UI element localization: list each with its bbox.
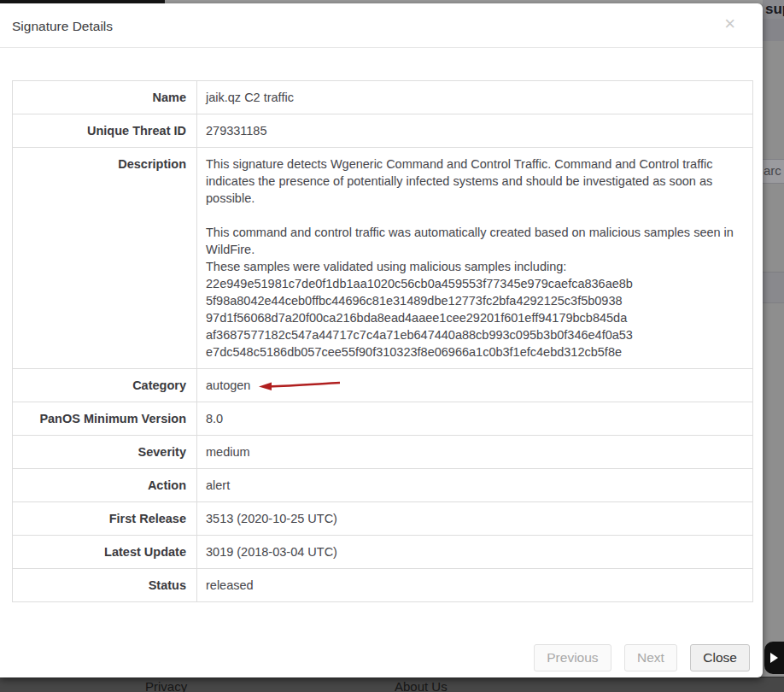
field-value: medium <box>197 436 753 469</box>
close-icon[interactable]: × <box>724 15 735 33</box>
video-widget-button[interactable] <box>764 642 784 674</box>
signature-details-modal: Signature Details × Name jaik.qz C2 traf… <box>0 3 763 677</box>
field-label: Action <box>13 469 197 502</box>
field-label: Description <box>13 148 197 369</box>
background-header-shade <box>763 19 784 41</box>
field-label: Latest Update <box>13 536 197 569</box>
table-row-threat-id: Unique Threat ID 279331185 <box>13 114 753 148</box>
modal-footer: Previous Next Close <box>524 644 750 671</box>
background-search-text: arc <box>764 163 781 178</box>
table-row-category: Category autogen <box>13 369 753 402</box>
field-label: Category <box>13 369 197 402</box>
table-row-action: Action alert <box>13 469 753 502</box>
field-value: 3513 (2020-10-25 UTC) <box>197 502 753 536</box>
field-value: jaik.qz C2 traffic <box>197 81 753 114</box>
table-row-first-release: First Release 3513 (2020-10-25 UTC) <box>13 502 753 536</box>
field-label: Severity <box>13 436 197 469</box>
field-value: alert <box>197 469 753 502</box>
about-us-link: About Us <box>395 679 448 692</box>
background-nav-text: sup <box>765 1 784 18</box>
field-value: 8.0 <box>197 402 753 436</box>
background-table-band <box>763 272 784 303</box>
table-row-description: Description This signature detects Wgene… <box>13 148 753 369</box>
field-value: released <box>197 569 753 602</box>
field-value: 279331185 <box>197 114 753 148</box>
previous-button[interactable]: Previous <box>534 644 611 671</box>
table-row-panos: PanOS Minimum Version 8.0 <box>13 402 753 436</box>
modal-header: Signature Details × <box>0 3 763 48</box>
background-footer-band <box>0 677 784 692</box>
field-value: autogen <box>197 369 753 402</box>
table-row-name: Name jaik.qz C2 traffic <box>13 81 753 114</box>
field-label: Unique Threat ID <box>13 114 197 148</box>
field-value: 3019 (2018-03-04 UTC) <box>197 536 753 569</box>
table-row-severity: Severity medium <box>13 436 753 469</box>
next-button[interactable]: Next <box>624 644 677 671</box>
table-row-status: Status released <box>13 569 753 602</box>
signature-details-table: Name jaik.qz C2 traffic Unique Threat ID… <box>12 80 753 602</box>
field-label: First Release <box>13 502 197 536</box>
annotation-arrow-icon <box>257 380 342 392</box>
play-icon <box>770 653 778 663</box>
field-label: Name <box>13 81 197 114</box>
modal-title: Signature Details <box>12 19 113 34</box>
field-label: Status <box>13 569 197 602</box>
table-row-latest-update: Latest Update 3019 (2018-03-04 UTC) <box>13 536 753 569</box>
field-label: PanOS Minimum Version <box>13 402 197 436</box>
category-value: autogen <box>206 378 250 392</box>
field-value: This signature detects Wgeneric Command … <box>197 148 753 369</box>
privacy-link: Privacy <box>145 679 187 692</box>
close-button[interactable]: Close <box>690 644 750 671</box>
